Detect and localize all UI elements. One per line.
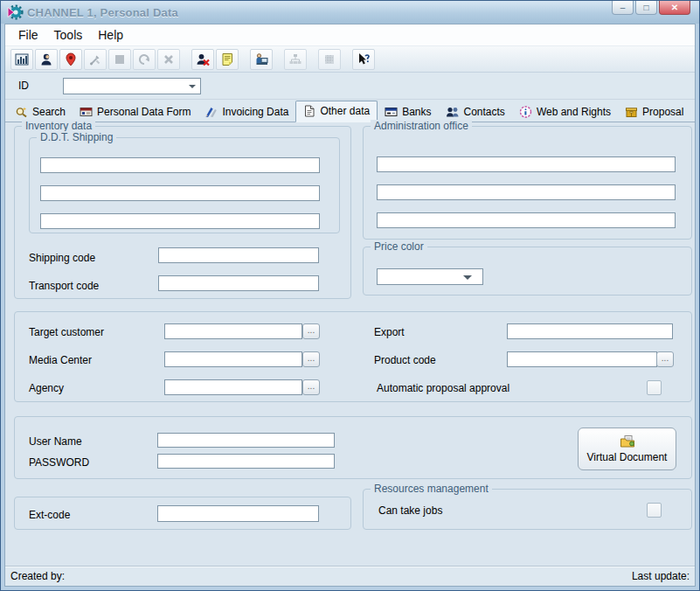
ddt-shipping-field-1[interactable] bbox=[40, 157, 320, 173]
toolbar-button-stop bbox=[108, 49, 131, 70]
tab-label: Personal Data Form bbox=[97, 106, 191, 118]
transport-code-label: Transport code bbox=[29, 280, 99, 292]
search-icon bbox=[15, 106, 28, 118]
administration-office-group: Administration office bbox=[363, 126, 692, 240]
target-customer-field[interactable] bbox=[164, 323, 302, 339]
app-gear-icon bbox=[6, 3, 24, 21]
tab-label: Other data bbox=[320, 105, 370, 117]
inventory-data-group: Inventory data D.D.T. Shipping Shipping … bbox=[14, 126, 351, 299]
menu-file[interactable]: File bbox=[10, 26, 46, 44]
toolbar-button-chart[interactable] bbox=[10, 49, 33, 70]
virtual-document-button[interactable]: Virtual Document bbox=[578, 428, 676, 470]
tab-contacts[interactable]: Contacts bbox=[439, 102, 512, 122]
tab-invoicing-data[interactable]: Invoicing Data bbox=[198, 102, 295, 122]
id-row: ID bbox=[5, 73, 695, 100]
toolbar-button-person[interactable] bbox=[35, 49, 58, 70]
maximize-button[interactable]: □ bbox=[635, 1, 657, 15]
id-combobox[interactable] bbox=[63, 78, 201, 94]
media-center-label: Media Center bbox=[29, 354, 92, 366]
toolbar-button-note[interactable] bbox=[216, 49, 239, 70]
contacts-icon bbox=[446, 106, 460, 118]
resources-management-legend: Resources management bbox=[371, 483, 492, 495]
password-label: PASSWORD bbox=[29, 456, 89, 469]
menu-bar: FileToolsHelp bbox=[5, 24, 695, 45]
transport-code-field[interactable] bbox=[158, 275, 319, 291]
administration-office-field-2[interactable] bbox=[377, 184, 676, 200]
package-icon bbox=[625, 106, 638, 118]
note-icon bbox=[220, 52, 234, 66]
password-field[interactable] bbox=[157, 454, 335, 469]
created-by-label: Created by: bbox=[10, 570, 65, 582]
agency-label: Agency bbox=[29, 382, 64, 394]
product-code-field[interactable] bbox=[507, 351, 657, 367]
tab-other-data[interactable]: Other data bbox=[295, 101, 378, 122]
status-bar: Created by: Last update: bbox=[5, 566, 695, 586]
document-icon bbox=[303, 105, 315, 117]
product-code-browse-button[interactable]: ... bbox=[656, 351, 674, 367]
tab-strip: SearchPersonal Data FormInvoicing DataOt… bbox=[5, 100, 695, 122]
delete-icon bbox=[162, 52, 176, 66]
automatic-proposal-approval-checkbox[interactable] bbox=[647, 380, 662, 395]
app-window: CHANNEL 1, Personal Data ‒ □ ✕ FileTools… bbox=[0, 0, 700, 591]
minimize-button[interactable]: ‒ bbox=[612, 1, 634, 15]
can-take-jobs-checkbox[interactable] bbox=[647, 503, 662, 518]
ext-code-field[interactable] bbox=[157, 505, 319, 522]
shipping-code-label: Shipping code bbox=[29, 252, 95, 264]
remove-person-icon bbox=[196, 52, 210, 66]
agency-field[interactable] bbox=[164, 379, 302, 395]
title-bar: CHANNEL 1, Personal Data ‒ □ ✕ bbox=[1, 1, 699, 24]
target-customer-browse-button[interactable]: ... bbox=[302, 323, 320, 339]
tab-label: Banks bbox=[402, 106, 431, 118]
toolbar-button-org-chart bbox=[284, 49, 307, 70]
toolbar-button-help-pointer[interactable] bbox=[352, 49, 375, 70]
ddt-shipping-field-3[interactable] bbox=[40, 213, 320, 229]
product-code-label: Product code bbox=[374, 354, 436, 366]
tab-personal-data-form[interactable]: Personal Data Form bbox=[73, 102, 198, 122]
info-icon bbox=[519, 106, 532, 118]
other-data-tab-page: Inventory data D.D.T. Shipping Shipping … bbox=[5, 122, 695, 566]
toolbar-button-worker[interactable] bbox=[250, 49, 273, 70]
chevron-down-icon bbox=[463, 275, 472, 284]
menu-help[interactable]: Help bbox=[90, 26, 131, 44]
price-color-group: Price color bbox=[363, 247, 692, 296]
inventory-data-legend: Inventory data bbox=[22, 120, 95, 132]
administration-office-field-3[interactable] bbox=[377, 212, 676, 228]
toolbar-button-location-pin[interactable] bbox=[59, 49, 82, 70]
toolbar-button-grid bbox=[318, 49, 341, 70]
user-name-field[interactable] bbox=[157, 433, 335, 448]
target-customer-label: Target customer bbox=[29, 326, 104, 338]
shipping-code-field[interactable] bbox=[158, 247, 319, 263]
bank-card-icon bbox=[385, 106, 398, 118]
toolbar-button-tools bbox=[84, 49, 107, 70]
pens-icon bbox=[204, 106, 218, 118]
credentials-group: User Name PASSWORD Virtual Document bbox=[14, 416, 692, 479]
price-color-combobox[interactable] bbox=[377, 268, 483, 285]
agency-browse-button[interactable]: ... bbox=[302, 379, 320, 395]
chart-icon bbox=[15, 52, 29, 66]
administration-office-legend: Administration office bbox=[371, 120, 472, 132]
media-center-field[interactable] bbox=[164, 351, 302, 367]
tab-banks[interactable]: Banks bbox=[378, 102, 438, 122]
close-button[interactable]: ✕ bbox=[659, 1, 690, 15]
resources-management-group: Resources management Can take jobs bbox=[363, 489, 692, 530]
client-area: FileToolsHelp ID SearchPersonal Data For… bbox=[4, 24, 696, 587]
person-icon bbox=[39, 52, 53, 66]
window-title: CHANNEL 1, Personal Data bbox=[27, 6, 178, 19]
org-chart-icon bbox=[288, 52, 302, 66]
stop-icon bbox=[113, 52, 127, 66]
location-pin-icon bbox=[64, 52, 78, 66]
menu-tools[interactable]: Tools bbox=[46, 26, 91, 44]
tab-search[interactable]: Search bbox=[8, 102, 73, 122]
virtual-document-icon bbox=[620, 435, 635, 448]
export-field[interactable] bbox=[507, 323, 673, 339]
ddt-shipping-field-2[interactable] bbox=[40, 185, 320, 201]
ddt-shipping-group: D.D.T. Shipping bbox=[29, 137, 340, 233]
toolbar-button-delete bbox=[157, 49, 180, 70]
tab-web-and-rights[interactable]: Web and Rights bbox=[512, 102, 618, 122]
worker-icon bbox=[254, 52, 268, 66]
tab-proposal[interactable]: Proposal bbox=[618, 102, 690, 122]
id-label: ID bbox=[18, 80, 63, 92]
toolbar-button-remove-person[interactable] bbox=[191, 49, 214, 70]
media-center-browse-button[interactable]: ... bbox=[302, 351, 320, 367]
administration-office-field-1[interactable] bbox=[377, 156, 676, 172]
